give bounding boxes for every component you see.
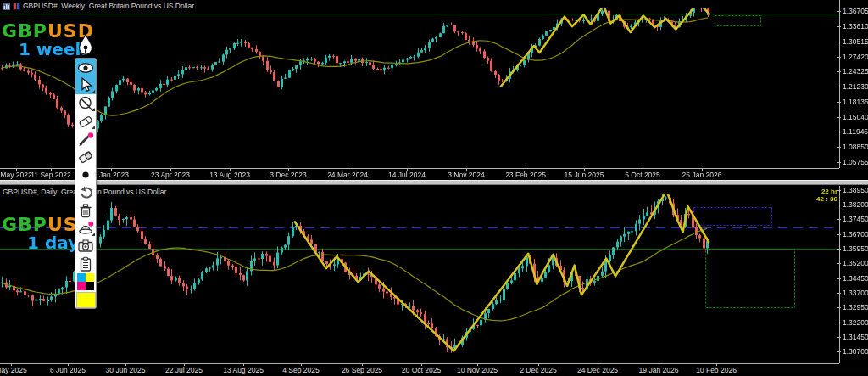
- countdown-hours: 22 hr: [787, 188, 837, 195]
- price-tick-label: 1.36705: [843, 7, 868, 15]
- eraser-pen-button[interactable]: [75, 112, 96, 130]
- axis-tick: [837, 323, 841, 323]
- axis-tick: [837, 307, 841, 308]
- swatch-yellow[interactable]: [86, 273, 94, 282]
- time-axis-border-weekly: [0, 168, 839, 169]
- swatch-black[interactable]: [86, 282, 94, 290]
- axis-tick: [716, 363, 717, 366]
- date-tick-label: 5 Oct 2025: [625, 171, 660, 179]
- axis-tick: [643, 168, 643, 171]
- axis-tick: [837, 42, 841, 42]
- price-tick-label: 1.35200: [843, 259, 868, 267]
- price-tick-label: 1.35950: [843, 244, 868, 253]
- axis-tick: [16, 168, 17, 171]
- price-tick-label: 1.38950: [843, 186, 868, 194]
- swatch-cyan[interactable]: [77, 273, 86, 282]
- axis-tick: [837, 71, 841, 72]
- axis-tick: [837, 102, 841, 103]
- axis-tick: [125, 363, 126, 366]
- price-tick-label: 1.37450: [843, 215, 868, 223]
- price-tick-label: 1.30700: [843, 347, 868, 356]
- axis-tick: [538, 363, 539, 366]
- axis-tick: [243, 363, 244, 366]
- axis-tick: [837, 11, 841, 12]
- price-tick-label: 1.38200: [843, 200, 868, 209]
- panel-splitter[interactable]: [0, 180, 868, 185]
- countdown-mm-ss: 42 : 36: [787, 195, 837, 203]
- axis-tick: [477, 363, 478, 366]
- axis-tick: [659, 363, 659, 366]
- axis-tick: [301, 363, 302, 366]
- date-tick-label: 24 Mar 2024: [327, 171, 368, 179]
- axis-tick: [837, 162, 841, 163]
- date-tick-label: 4 Sep 2025: [282, 366, 319, 374]
- price-tick-label: 1.32200: [843, 318, 868, 327]
- axis-tick: [11, 363, 12, 366]
- date-tick-label: 13 Aug 2023: [209, 171, 250, 179]
- price-tick-label: 1.05755: [843, 158, 868, 166]
- date-tick-label: 23 Apr 2023: [151, 171, 190, 179]
- date-tick-label: 25 Jan 2026: [682, 171, 722, 179]
- price-tick-label: 1.08850: [843, 143, 868, 151]
- price-tick-label: 1.15040: [843, 113, 868, 121]
- daily-chart-canvas[interactable]: [0, 194, 839, 362]
- price-tick-label: 1.31450: [843, 333, 868, 341]
- date-tick-label: 11 Sep 2022: [31, 171, 71, 179]
- camera-button[interactable]: [75, 237, 96, 255]
- trash-button[interactable]: [75, 201, 96, 219]
- trading-terminal: GBPUSD#, Weekly: Great Britain Pound vs …: [0, 0, 868, 376]
- axis-tick: [407, 168, 408, 171]
- date-tick-label: May 2022: [0, 171, 31, 179]
- toolbar-panel: [75, 58, 97, 309]
- price-tick-label: 1.32950: [843, 303, 868, 311]
- active-color-button[interactable]: [75, 291, 96, 308]
- date-tick-label: 10 Nov 2025: [457, 366, 498, 374]
- swatch-magenta[interactable]: [77, 282, 86, 290]
- pen-nib-icon[interactable]: [75, 34, 96, 57]
- date-tick-label: May 2025: [0, 366, 27, 374]
- undo-button[interactable]: [75, 183, 96, 201]
- price-tick-label: 1.33700: [843, 289, 868, 297]
- axis-tick: [230, 168, 231, 171]
- price-tick-label: 1.18135: [843, 98, 868, 106]
- submenu-corner: [92, 126, 95, 129]
- palette-button[interactable]: [75, 272, 96, 291]
- axis-tick: [837, 147, 841, 148]
- visibility-button[interactable]: [75, 59, 96, 76]
- axis-tick: [51, 168, 52, 171]
- eraser-button[interactable]: [75, 148, 96, 166]
- submenu-corner: [92, 108, 95, 111]
- date-tick-label: 30 Jun 2025: [106, 366, 146, 374]
- date-tick-label: 20 Oct 2025: [402, 366, 441, 374]
- axis-tick: [837, 337, 841, 338]
- price-tick-label: 1.36700: [843, 230, 868, 239]
- axis-tick: [584, 168, 585, 171]
- axis-tick: [837, 278, 841, 279]
- cursor-button[interactable]: [75, 76, 96, 94]
- axis-tick: [111, 168, 112, 171]
- clipboard-button[interactable]: [75, 255, 96, 272]
- date-tick-label: 14 Jul 2024: [388, 171, 426, 179]
- axis-tick: [837, 249, 841, 250]
- active-color-swatch: [76, 292, 96, 308]
- axis-tick: [837, 263, 841, 264]
- axis-tick: [184, 363, 185, 366]
- axis-tick: [837, 26, 841, 27]
- axis-tick: [348, 168, 348, 171]
- axis-tick: [526, 168, 526, 171]
- date-tick-label: 15 Jun 2025: [565, 171, 604, 179]
- palette-swatches: [77, 273, 94, 290]
- pencil-button[interactable]: [75, 130, 96, 148]
- axis-tick: [466, 168, 467, 171]
- date-tick-label: 23 Feb 2025: [505, 171, 546, 179]
- axis-tick: [288, 168, 289, 171]
- price-tick-label: 1.11945: [843, 127, 868, 136]
- date-tick-label: 13 Aug 2025: [223, 366, 264, 374]
- date-tick-label: 24 Dec 2025: [577, 366, 618, 374]
- draw-off-button[interactable]: [75, 94, 96, 112]
- weekly-chart-canvas[interactable]: [0, 8, 839, 166]
- date-tick-label: 22 Jul 2025: [165, 366, 203, 374]
- submenu-corner: [92, 233, 95, 236]
- price-tick-label: 1.33610: [843, 22, 868, 31]
- style-hat-button[interactable]: [75, 219, 96, 237]
